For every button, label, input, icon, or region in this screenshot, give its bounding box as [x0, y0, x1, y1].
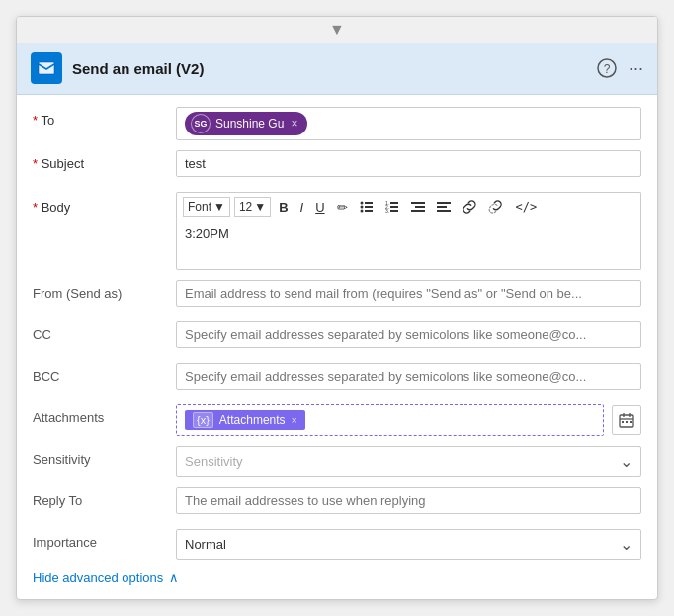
body-field: Font ▼ 12 ▼ B I U ✏: [176, 192, 641, 270]
svg-rect-5: [365, 202, 373, 204]
to-tag: SG Sunshine Gu ×: [185, 112, 307, 135]
subject-input[interactable]: [176, 150, 641, 177]
connector-arrow: ▼: [17, 17, 657, 43]
font-dropdown-icon: ▼: [213, 200, 225, 214]
svg-rect-27: [626, 421, 628, 423]
attachments-label: Attachments: [33, 404, 176, 425]
subject-label: Subject: [33, 150, 176, 171]
svg-rect-18: [411, 210, 425, 212]
svg-rect-21: [437, 210, 451, 212]
body-content: 3:20PM: [185, 226, 229, 241]
highlight-button[interactable]: ✏: [333, 198, 352, 217]
importance-row: Importance Normal ⌄: [33, 529, 641, 561]
font-size-value: 12: [239, 200, 252, 214]
more-options-button[interactable]: ···: [629, 58, 643, 79]
from-input[interactable]: [176, 280, 641, 307]
svg-rect-0: [39, 62, 54, 74]
from-field: [176, 280, 641, 307]
svg-point-6: [360, 206, 363, 209]
attachments-fx-icon: {x}: [193, 412, 213, 428]
attachments-row-inner: {x} Attachments ×: [176, 404, 641, 436]
svg-rect-28: [630, 421, 632, 423]
calendar-button[interactable]: [612, 405, 641, 435]
importance-value: Normal: [185, 537, 226, 552]
svg-point-8: [360, 210, 363, 213]
body-editor[interactable]: 3:20PM: [176, 220, 641, 270]
hide-advanced-chevron-icon: ∧: [169, 571, 179, 585]
sensitivity-chevron-icon: ⌄: [620, 452, 632, 471]
font-selector[interactable]: Font ▼: [183, 197, 230, 217]
from-row: From (Send as): [33, 280, 641, 311]
sensitivity-row: Sensitivity Sensitivity ⌄: [33, 446, 641, 478]
card-body: To SG Sunshine Gu × Subject Body: [17, 95, 657, 599]
body-row: Body Font ▼ 12 ▼ B I: [33, 192, 641, 270]
email-card: ▼ Send an email (V2) ? ···: [16, 16, 658, 600]
attachments-tag-name: Attachments: [219, 413, 286, 427]
bold-button[interactable]: B: [275, 198, 292, 217]
attachments-dropzone[interactable]: {x} Attachments ×: [176, 404, 604, 436]
svg-rect-19: [437, 202, 451, 204]
sensitivity-label: Sensitivity: [33, 446, 176, 467]
cc-row: CC: [33, 321, 641, 353]
svg-rect-17: [415, 206, 425, 208]
svg-rect-9: [365, 210, 373, 212]
sensitivity-placeholder: Sensitivity: [185, 454, 243, 469]
subject-field: [176, 150, 641, 177]
from-label: From (Send as): [33, 280, 176, 301]
reply-to-field: [176, 487, 641, 514]
svg-rect-13: [390, 206, 398, 208]
italic-button[interactable]: I: [296, 198, 308, 217]
svg-rect-11: [390, 202, 398, 204]
importance-select[interactable]: Normal ⌄: [176, 529, 641, 560]
attachments-field-area: {x} Attachments ×: [176, 404, 641, 436]
attachments-row: Attachments {x} Attachments ×: [33, 404, 641, 436]
bullet-list-button[interactable]: [356, 198, 378, 216]
header-left: Send an email (V2): [31, 52, 204, 84]
svg-rect-7: [365, 206, 373, 208]
sensitivity-select[interactable]: Sensitivity ⌄: [176, 446, 641, 477]
sensitivity-field: Sensitivity ⌄: [176, 446, 641, 477]
unlink-button[interactable]: [484, 198, 508, 216]
importance-chevron-icon: ⌄: [620, 535, 632, 554]
bcc-input[interactable]: [176, 363, 641, 390]
hide-advanced-label: Hide advanced options: [33, 571, 163, 585]
numbered-list-button[interactable]: 1.2.3.: [381, 198, 403, 216]
subject-row: Subject: [33, 150, 641, 182]
svg-rect-20: [437, 206, 447, 208]
reply-to-input[interactable]: [176, 487, 641, 514]
reply-to-row: Reply To: [33, 487, 641, 519]
underline-button[interactable]: U: [311, 198, 328, 217]
svg-text:3.: 3.: [385, 208, 389, 214]
importance-field: Normal ⌄: [176, 529, 641, 560]
decrease-indent-button[interactable]: [407, 198, 429, 216]
bcc-field: [176, 363, 641, 390]
help-button[interactable]: ?: [597, 58, 617, 78]
font-size-dropdown-icon: ▼: [254, 200, 266, 214]
importance-label: Importance: [33, 529, 176, 550]
to-tag-close[interactable]: ×: [291, 117, 297, 131]
hide-advanced-button[interactable]: Hide advanced options ∧: [33, 571, 641, 585]
reply-to-label: Reply To: [33, 487, 176, 508]
code-button[interactable]: </>: [512, 198, 542, 216]
attachments-tag-close[interactable]: ×: [292, 414, 297, 426]
bcc-label: BCC: [33, 363, 176, 384]
body-toolbar: Font ▼ 12 ▼ B I U ✏: [176, 192, 641, 220]
to-row: To SG Sunshine Gu ×: [33, 107, 641, 140]
cc-label: CC: [33, 321, 176, 342]
cc-input[interactable]: [176, 321, 641, 348]
card-title: Send an email (V2): [72, 60, 204, 77]
app-icon: [31, 52, 62, 84]
svg-rect-26: [622, 421, 624, 423]
to-input[interactable]: SG Sunshine Gu ×: [176, 107, 641, 140]
to-label: To: [33, 107, 176, 128]
body-label: Body: [33, 192, 176, 215]
bcc-row: BCC: [33, 363, 641, 395]
font-label: Font: [188, 200, 211, 214]
font-size-selector[interactable]: 12 ▼: [234, 197, 271, 217]
increase-indent-button[interactable]: [433, 198, 455, 216]
svg-point-4: [360, 202, 363, 205]
attachments-tag: {x} Attachments ×: [185, 410, 305, 430]
to-tag-name: Sunshine Gu: [215, 117, 284, 131]
cc-field: [176, 321, 641, 348]
link-button[interactable]: [459, 198, 480, 216]
